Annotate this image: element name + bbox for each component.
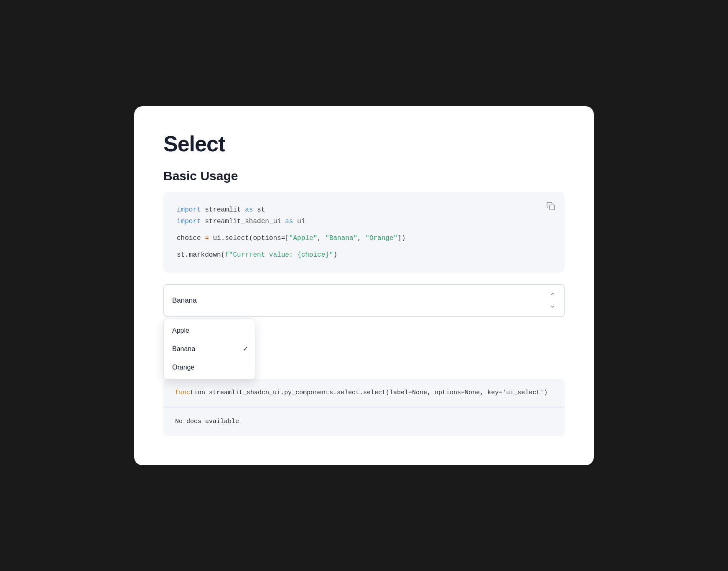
chevron-updown-icon: ⌃⌄	[550, 291, 556, 310]
fstring: f"Currrent value: {choice}"	[225, 251, 333, 259]
code-line-4: st.markdown(f"Currrent value: {choice}")	[177, 249, 551, 261]
equals-sign: =	[205, 235, 209, 242]
code-gap-2	[177, 244, 551, 249]
option-orange: "Orange"	[365, 235, 397, 242]
svg-rect-0	[550, 205, 555, 210]
keyword-as-2: as	[285, 218, 293, 225]
keyword-import-2: import	[177, 218, 201, 225]
dropdown-item-label-banana: Banana	[172, 345, 195, 353]
dropdown-item-apple[interactable]: Apple	[164, 321, 255, 340]
keyword-as-1: as	[245, 206, 253, 214]
code-line-2: import streamlit_shadcn_ui as ui	[177, 216, 551, 227]
code-block-main: import streamlit as st import streamlit_…	[163, 192, 565, 273]
code-line-3: choice = ui.select(options=["Apple", "Ba…	[177, 232, 551, 244]
function-block-wrapper: function streamlit_shadcn_ui.py_componen…	[163, 379, 565, 436]
dropdown-item-label-orange: Orange	[172, 364, 194, 371]
code-gap-1	[177, 227, 551, 232]
keyword-import-1: import	[177, 206, 201, 214]
main-card: Select Basic Usage import streamlit as s…	[134, 106, 594, 465]
section-title: Basic Usage	[163, 169, 565, 183]
select-value: Banana	[172, 296, 197, 305]
copy-button[interactable]	[544, 199, 558, 213]
code-line-1: import streamlit as st	[177, 204, 551, 216]
dropdown-item-label-apple: Apple	[172, 327, 189, 334]
select-area: Banana ⌃⌄ Apple Banana ✓ Orange	[163, 284, 565, 317]
dropdown-item-orange[interactable]: Orange	[164, 358, 255, 377]
page-title: Select	[163, 131, 565, 156]
option-apple: "Apple"	[289, 235, 317, 242]
select-box[interactable]: Banana ⌃⌄	[163, 284, 565, 317]
code-block-docs: No docs available	[163, 408, 565, 436]
option-banana: "Banana"	[325, 235, 357, 242]
dropdown-item-banana[interactable]: Banana ✓	[164, 340, 255, 358]
keyword-function: func	[175, 389, 190, 396]
copy-icon	[546, 201, 555, 211]
code-block-function: function streamlit_shadcn_ui.py_componen…	[163, 379, 565, 408]
docs-text: No docs available	[175, 418, 239, 425]
check-icon: ✓	[243, 345, 248, 353]
dropdown-menu: Apple Banana ✓ Orange	[163, 319, 255, 380]
